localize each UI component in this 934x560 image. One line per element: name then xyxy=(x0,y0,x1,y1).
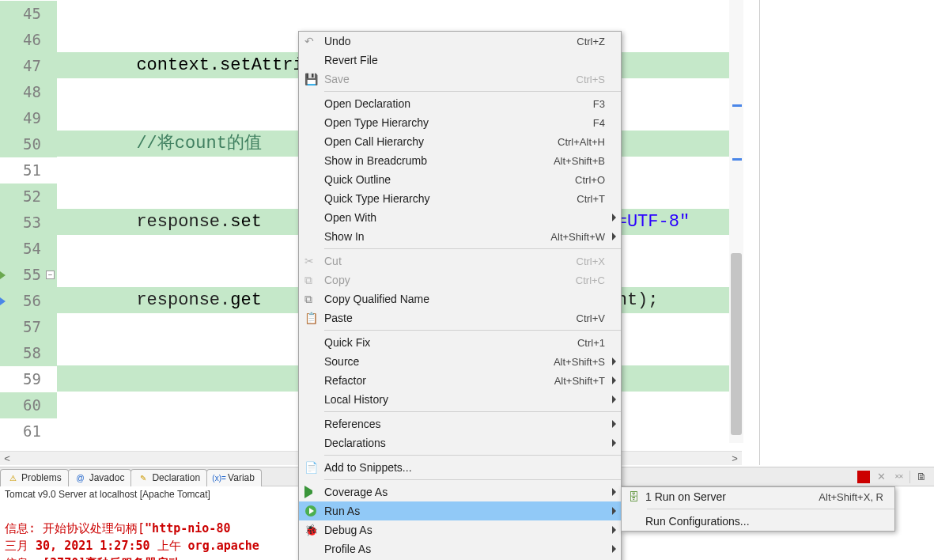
menu-separator xyxy=(324,411,621,412)
line-number: 50 xyxy=(0,131,57,157)
menu-debug-as[interactable]: 🐞Debug As xyxy=(299,520,621,539)
menu-undo[interactable]: ↶UndoCtrl+Z xyxy=(299,32,621,51)
variables-icon: (x)= xyxy=(214,472,225,483)
overview-ruler[interactable] xyxy=(729,0,743,443)
cut-icon: ✂ xyxy=(304,255,317,267)
line-gutter: 45 46 47 48 49 50 51 52 53 54 −55 56 57 … xyxy=(0,0,57,443)
submenu-arrow-icon xyxy=(612,526,616,534)
context-menu: ↶UndoCtrl+Z Revert File 💾SaveCtrl+S Open… xyxy=(298,31,622,560)
javadoc-icon: @ xyxy=(75,472,86,483)
menu-declarations[interactable]: Declarations xyxy=(299,433,621,452)
scrollbar-thumb[interactable] xyxy=(731,253,742,435)
menu-coverage-as[interactable]: Coverage As xyxy=(299,482,621,501)
tab-problems[interactable]: ⚠Problems xyxy=(0,469,69,486)
line-number: 51 xyxy=(0,157,57,184)
overview-marker-icon xyxy=(732,104,742,107)
submenu-arrow-icon xyxy=(612,358,616,365)
menu-quick-fix[interactable]: Quick FixCtrl+1 xyxy=(299,333,621,352)
menu-copy-qualified-name[interactable]: ⧉Copy Qualified Name xyxy=(299,289,621,308)
submenu-run-configurations[interactable]: Run Configurations... xyxy=(622,512,894,531)
menu-separator xyxy=(324,455,621,456)
menu-save: 💾SaveCtrl+S xyxy=(299,70,621,89)
menu-open-declaration[interactable]: Open DeclarationF3 xyxy=(299,94,621,113)
declaration-icon: ✎ xyxy=(138,472,149,483)
server-icon: 🗄 xyxy=(628,490,639,503)
menu-separator xyxy=(647,509,894,509)
submenu-arrow-icon xyxy=(612,439,616,447)
submenu-arrow-icon xyxy=(612,488,616,496)
submenu-arrow-icon xyxy=(612,376,616,384)
menu-source[interactable]: SourceAlt+Shift+S xyxy=(299,352,621,371)
line-number: 60 xyxy=(0,392,57,418)
menu-copy: ⧉CopyCtrl+C xyxy=(299,271,621,289)
run-icon xyxy=(304,505,317,517)
scroll-left-icon[interactable]: < xyxy=(0,452,14,466)
coverage-icon xyxy=(304,486,317,498)
menu-profile-as[interactable]: Profile As xyxy=(299,539,621,558)
menu-add-to-snippets[interactable]: 📄Add to Snippets... xyxy=(299,458,621,477)
open-console-button[interactable] xyxy=(915,471,928,483)
menu-revert-file[interactable]: Revert File xyxy=(299,51,621,70)
line-number: 49 xyxy=(0,105,57,131)
line-number: 52 xyxy=(0,184,57,210)
menu-separator xyxy=(324,248,621,249)
menu-quick-type-hierarchy[interactable]: Quick Type HierarchyCtrl+T xyxy=(299,189,621,208)
scroll-right-icon[interactable]: > xyxy=(728,452,742,466)
remove-launch-button[interactable] xyxy=(875,471,887,483)
line-number: 58 xyxy=(0,340,57,366)
remove-all-launches-button[interactable] xyxy=(892,471,905,483)
paste-icon: 📋 xyxy=(304,312,317,324)
menu-run-as[interactable]: Run As xyxy=(299,501,621,520)
line-number: −55 xyxy=(0,262,57,288)
menu-separator xyxy=(324,330,621,331)
menu-open-call-hierarchy[interactable]: Open Call HierarchyCtrl+Alt+H xyxy=(299,132,621,151)
menu-separator xyxy=(324,479,621,480)
submenu-arrow-icon xyxy=(612,420,616,428)
menu-quick-outline[interactable]: Quick OutlineCtrl+O xyxy=(299,170,621,189)
line-number: 61 xyxy=(0,418,57,443)
line-number: 53 xyxy=(0,210,57,236)
copy-icon: ⧉ xyxy=(304,274,317,286)
line-number: 54 xyxy=(0,236,57,262)
fold-collapse-icon[interactable]: − xyxy=(46,271,55,279)
save-icon: 💾 xyxy=(304,73,317,85)
tab-javadoc[interactable]: @Javadoc xyxy=(68,469,132,486)
problems-icon: ⚠ xyxy=(7,472,18,483)
tab-variables[interactable]: (x)=Variab xyxy=(206,469,262,486)
menu-refactor[interactable]: RefactorAlt+Shift+T xyxy=(299,371,621,390)
menu-show-breadcrumb[interactable]: Show in BreadcrumbAlt+Shift+B xyxy=(299,151,621,170)
menu-separator xyxy=(324,91,621,92)
submenu-run-on-server[interactable]: 🗄1 Run on ServerAlt+Shift+X, R xyxy=(622,487,894,506)
submenu-arrow-icon xyxy=(612,545,616,553)
submenu-run-as: 🗄1 Run on ServerAlt+Shift+X, R Run Confi… xyxy=(621,486,895,532)
submenu-arrow-icon xyxy=(612,507,616,515)
undo-icon: ↶ xyxy=(304,35,317,47)
line-number: 47 xyxy=(0,53,57,79)
menu-open-type-hierarchy[interactable]: Open Type HierarchyF4 xyxy=(299,113,621,132)
menu-paste[interactable]: 📋PasteCtrl+V xyxy=(299,308,621,327)
menu-show-in[interactable]: Show InAlt+Shift+W xyxy=(299,227,621,246)
menu-cut: ✂CutCtrl+X xyxy=(299,252,621,271)
snippets-icon: 📄 xyxy=(304,461,317,474)
menu-references[interactable]: References xyxy=(299,414,621,433)
debug-icon: 🐞 xyxy=(304,524,317,536)
submenu-arrow-icon xyxy=(612,395,616,403)
menu-local-history[interactable]: Local History xyxy=(299,390,621,409)
copy-qn-icon: ⧉ xyxy=(304,293,317,305)
line-number: 56 xyxy=(0,288,57,314)
menu-open-with[interactable]: Open With xyxy=(299,208,621,227)
tab-declaration[interactable]: ✎Declaration xyxy=(130,469,207,486)
submenu-arrow-icon xyxy=(612,233,616,240)
line-number: 59 xyxy=(0,366,57,392)
submenu-arrow-icon xyxy=(612,214,616,221)
right-panel xyxy=(760,0,934,465)
task-marker-icon xyxy=(0,288,9,314)
line-number: 48 xyxy=(0,79,57,105)
overview-marker-icon xyxy=(732,158,742,161)
line-number: 46 xyxy=(0,27,57,53)
line-number: 45 xyxy=(0,1,57,27)
terminate-button[interactable] xyxy=(857,471,870,483)
line-number: 57 xyxy=(0,314,57,340)
override-marker-icon xyxy=(0,262,9,288)
